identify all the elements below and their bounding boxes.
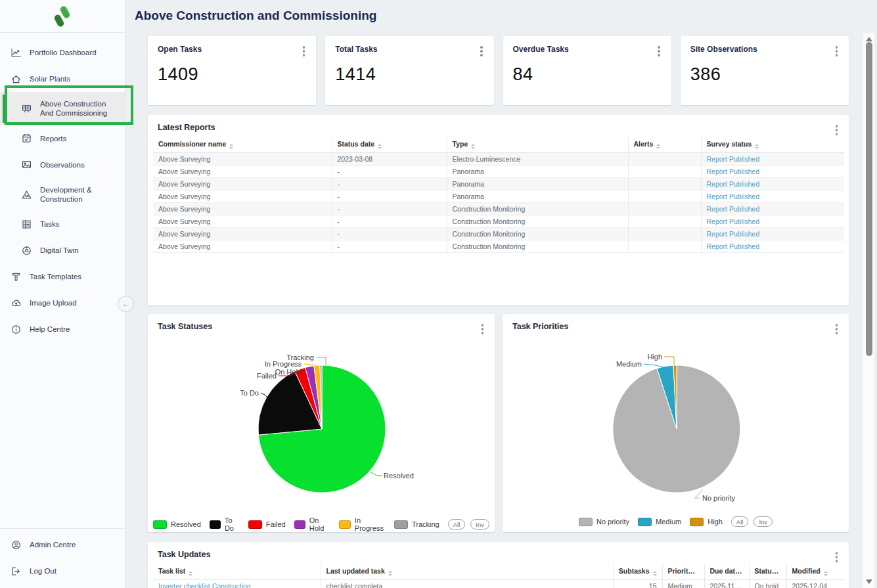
scroll-up-arrow[interactable] <box>866 37 872 41</box>
legend-item-resolved[interactable]: Resolved <box>153 520 201 529</box>
legend-item-failed[interactable]: Failed <box>248 520 286 529</box>
kebab-menu-icon[interactable] <box>834 322 840 336</box>
column-header-last-updated-task[interactable]: Last updated task <box>321 564 613 579</box>
cell-link[interactable]: Report Published <box>701 240 844 252</box>
legend-item-tracking[interactable]: Tracking <box>394 520 439 529</box>
legend-button-inv[interactable]: Inv <box>470 519 489 530</box>
calendar-check-icon <box>20 133 32 145</box>
column-header-status[interactable]: Status <box>749 564 786 579</box>
kebab-menu-icon[interactable] <box>834 550 840 564</box>
sort-icon[interactable] <box>755 144 759 149</box>
sort-icon[interactable] <box>656 144 660 149</box>
stat-card-title: Overdue Tasks <box>513 45 662 54</box>
legend-label: In Progress <box>355 516 386 532</box>
sort-icon[interactable] <box>742 571 746 576</box>
kebab-menu-icon[interactable] <box>834 123 840 137</box>
sidebar-item-help-centre[interactable]: Help Centre <box>0 317 125 343</box>
mountain-icon <box>20 189 32 200</box>
column-header-commissioner-name[interactable]: Commissioner name <box>153 137 332 152</box>
scroll-down-arrow[interactable] <box>866 579 872 584</box>
column-header-subtasks[interactable]: Subtasks <box>613 564 662 579</box>
sidebar-bottom-nav: Admin CentreLog Out <box>0 528 125 584</box>
cell-link[interactable]: Report Published <box>701 202 844 215</box>
sidebar-item-digital-twin[interactable]: Digital Twin <box>0 238 125 264</box>
sort-icon[interactable] <box>471 144 475 149</box>
table-cell: Construction Monitoring <box>447 215 628 227</box>
pie-label: No priority <box>702 494 736 502</box>
scrollbar-thumb[interactable] <box>866 42 872 356</box>
kebab-menu-icon[interactable] <box>480 322 486 336</box>
legend-item-to-do[interactable]: To Do <box>210 516 240 532</box>
legend-label: Medium <box>656 518 681 526</box>
sort-icon[interactable] <box>189 571 192 576</box>
sort-icon[interactable] <box>824 571 828 576</box>
sidebar-item-log-out[interactable]: Log Out <box>0 558 125 584</box>
sidebar-item-portfolio-dashboard[interactable]: Portfolio Dashboard <box>0 39 125 66</box>
pie-label: Medium <box>616 360 641 368</box>
sidebar-collapse-button[interactable]: ← <box>118 296 134 312</box>
card-title: Task Updates <box>158 550 839 559</box>
sidebar-item-admin-centre[interactable]: Admin Centre <box>0 531 125 558</box>
cell-link[interactable]: Report Published <box>701 190 844 202</box>
kebab-menu-icon[interactable] <box>478 44 485 58</box>
column-header-priority[interactable]: Priority <box>662 564 704 579</box>
table-header-row: Commissioner nameStatus dateTypeAlertsSu… <box>153 137 844 152</box>
cell-link[interactable]: Report Published <box>701 227 844 240</box>
kebab-menu-icon[interactable] <box>301 44 307 58</box>
sidebar-item-development-construction[interactable]: Development & Construction <box>0 178 125 212</box>
column-header-due-date[interactable]: Due date <box>704 564 749 579</box>
legend-item-no-priority[interactable]: No priority <box>579 518 629 526</box>
sidebar-item-image-upload[interactable]: Image Upload <box>0 290 125 317</box>
legend-swatch <box>294 520 305 529</box>
sidebar-item-task-templates[interactable]: Task Templates <box>0 264 125 290</box>
sort-icon[interactable] <box>378 144 382 149</box>
column-header-type[interactable]: Type <box>447 137 628 152</box>
pie-label-line <box>664 357 674 365</box>
legend-button-all[interactable]: All <box>731 516 749 527</box>
kebab-menu-icon[interactable] <box>656 44 662 58</box>
cell-link[interactable]: Report Published <box>701 215 844 227</box>
sidebar-item-observations[interactable]: Observations <box>0 152 125 178</box>
legend-label: No priority <box>596 518 629 526</box>
table-cell <box>628 240 701 252</box>
task-updates-table: Task listLast updated taskSubtasksPriori… <box>153 564 843 588</box>
table-row: Above Surveying-PanoramaReport Published <box>153 177 844 190</box>
legend-item-on-hold[interactable]: On Hold <box>294 516 330 532</box>
table-header-row: Task listLast updated taskSubtasksPriori… <box>153 564 844 579</box>
legend-item-medium[interactable]: Medium <box>638 518 681 526</box>
sidebar-item-above-construction-and-commissioning[interactable]: Above Construction And Commissioning <box>0 92 125 125</box>
column-header-survey-status[interactable]: Survey status <box>701 137 844 152</box>
column-header-status-date[interactable]: Status date <box>332 137 447 152</box>
sort-icon[interactable] <box>779 571 783 576</box>
table-cell: 2025-12-04 <box>786 579 844 588</box>
sidebar-item-solar-plants[interactable]: Solar Plants <box>0 66 125 92</box>
main-scrollbar[interactable] <box>863 33 874 588</box>
sidebar-item-tasks[interactable]: Tasks <box>0 212 125 238</box>
latest-reports-card: Latest Reports Commissioner nameStatus d… <box>148 115 849 305</box>
pie-label: Resolved <box>384 472 414 480</box>
legend-button-inv[interactable]: Inv <box>753 516 773 527</box>
legend-button-all[interactable]: All <box>448 519 466 530</box>
cell-link[interactable]: Report Published <box>701 177 844 190</box>
sort-icon[interactable] <box>229 144 233 149</box>
sidebar-item-label: Reports <box>40 134 66 143</box>
column-header-alerts[interactable]: Alerts <box>628 137 701 152</box>
column-header-modified[interactable]: Modified <box>786 564 844 579</box>
sort-icon[interactable] <box>388 571 392 576</box>
legend-item-high[interactable]: High <box>690 518 723 526</box>
legend-label: Tracking <box>412 520 439 528</box>
cell-link[interactable]: Report Published <box>701 165 844 177</box>
table-cell <box>628 202 701 215</box>
cell-link[interactable]: Report Published <box>701 152 844 165</box>
sort-icon[interactable] <box>695 571 699 576</box>
chart-legend: No priorityMediumHighAllInv <box>508 516 843 527</box>
stat-card-open-tasks: Open Tasks1409 <box>148 36 316 105</box>
legend-item-in-progress[interactable]: In Progress <box>339 516 386 532</box>
table-cell: - <box>332 202 447 215</box>
cell-link[interactable]: Inverter checklist Construction <box>153 579 321 588</box>
column-header-task-list[interactable]: Task list <box>153 564 321 579</box>
kebab-menu-icon[interactable] <box>834 44 840 58</box>
sort-icon[interactable] <box>653 571 657 576</box>
sidebar-item-reports[interactable]: Reports <box>0 125 125 152</box>
image-icon <box>20 159 32 171</box>
